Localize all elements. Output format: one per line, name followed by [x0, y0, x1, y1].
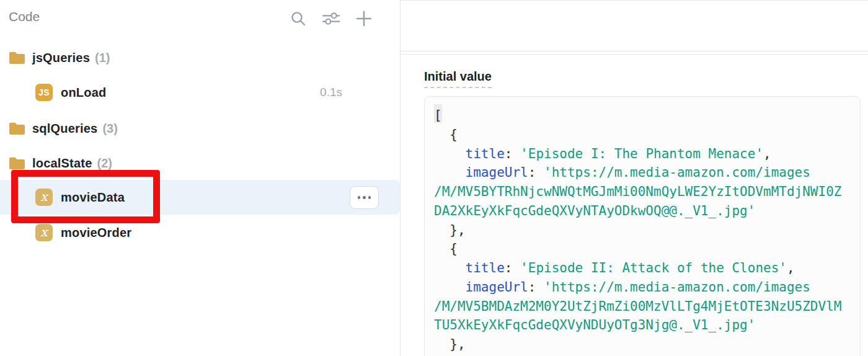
- more-options-button[interactable]: [350, 186, 379, 209]
- folder-icon: [9, 122, 25, 135]
- code-line: TU5XkEyXkFqcGdeQXVyNDUyOTg3Njg@._V1_.jpg…: [434, 316, 851, 335]
- folder-icon: [9, 51, 25, 65]
- code-line: imageUrl: 'https://m.media-amazon.com/im…: [434, 163, 851, 182]
- folder-count: (2): [97, 156, 112, 171]
- code-line: imageUrl: 'https://m.media-amazon.com/im…: [434, 278, 851, 297]
- code-line: {: [434, 239, 851, 259]
- sidebar-item-sqlqueries-folder[interactable]: sqlQueries (3): [0, 116, 400, 141]
- initial-value-label: Initial value: [424, 69, 492, 88]
- code-line: [: [434, 106, 851, 125]
- sidebar-item-jsqueries-folder[interactable]: jsQueries (1): [0, 45, 400, 70]
- code-line: },: [434, 335, 851, 354]
- folder-label: localState: [32, 156, 92, 171]
- plus-icon[interactable]: [355, 9, 373, 28]
- filter-sliders-icon[interactable]: [322, 9, 340, 28]
- initial-value-section: Initial value [ { title: 'Episode I: The…: [401, 54, 868, 356]
- js-query-icon: JS: [35, 84, 53, 101]
- code-editor[interactable]: [ { title: 'Episode I: The Phantom Menac…: [424, 96, 861, 356]
- search-icon[interactable]: [289, 9, 308, 28]
- folder-label: jsQueries: [32, 51, 90, 65]
- code-line: /M/MV5BYTRhNjcwNWQtMGJmMi00NmQyLWE2YzItO…: [434, 182, 851, 202]
- sidebar-item-movieorder[interactable]: x movieOrder: [0, 220, 400, 245]
- code-line: title: 'Episode I: The Phantom Menace',: [434, 145, 851, 164]
- code-line: /M/MV5BMDAzM2M0Y2UtZjRmZi00MzVlLTg4MjEtO…: [434, 297, 851, 316]
- state-variable-icon: x: [35, 224, 53, 241]
- sidebar-title: Code: [9, 9, 40, 24]
- sidebar-item-onload[interactable]: JS onLoad 0.1s: [0, 80, 400, 105]
- query-label: onLoad: [61, 86, 106, 100]
- sidebar-header: Code: [0, 5, 400, 31]
- state-variable-icon: x: [35, 189, 53, 206]
- code-line: {: [434, 125, 851, 145]
- folder-icon: [9, 156, 25, 170]
- folder-count: (1): [95, 51, 110, 65]
- code-line: title: 'Episode II: Attack of the Clones…: [434, 259, 851, 278]
- code-line: },: [434, 221, 851, 240]
- code-lines: [ { title: 'Episode I: The Phantom Menac…: [434, 106, 851, 354]
- sidebar-item-moviedata[interactable]: x movieData: [0, 180, 400, 215]
- inspector-top-section: [401, 0, 868, 51]
- code-sidebar: Code: [0, 0, 400, 356]
- code-line: DA2XkEyXkFqcGdeQXVyNTAyODkwOQ@@._V1_.jpg…: [434, 202, 851, 221]
- folder-count: (3): [102, 122, 117, 136]
- app-window: Code: [0, 0, 868, 356]
- folder-label: sqlQueries: [32, 122, 97, 136]
- inspector-panel: Initial value [ { title: 'Episode I: The…: [400, 0, 868, 356]
- query-duration: 0.1s: [320, 86, 342, 99]
- state-label: movieOrder: [61, 226, 131, 240]
- state-label: movieData: [61, 190, 125, 205]
- sidebar-item-localstate-folder[interactable]: localState (2): [0, 151, 400, 176]
